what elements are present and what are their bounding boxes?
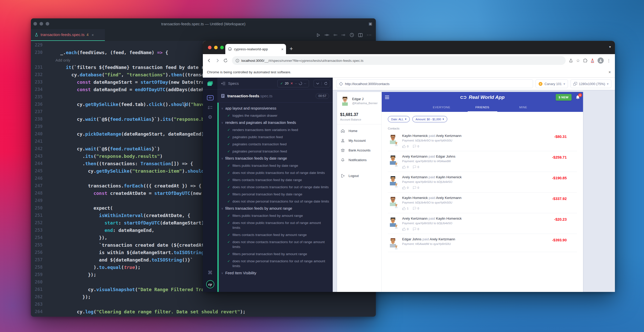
receiver-name[interactable]: Kaylin Homenick [436, 217, 462, 220]
test-extension-flask-icon[interactable] [590, 58, 595, 63]
transaction-item[interactable]: Arely Kertzmann paid Edgar JohnsPayment:… [388, 151, 577, 172]
suite-caret-icon[interactable]: ∨ [221, 206, 223, 210]
payer-name[interactable]: Arely Kertzmann [402, 175, 428, 179]
comment-button[interactable]: 0 [413, 165, 419, 169]
test-row[interactable]: ✓filters public transaction feed by date… [221, 162, 329, 169]
test-row[interactable]: ✓filters public transaction feed by amou… [221, 212, 329, 219]
test-row[interactable]: ✓does not show contacts transactions for… [221, 183, 329, 191]
tab-everyone[interactable]: EVERYONE [421, 103, 462, 112]
suite-caret-icon[interactable]: ∨ [221, 106, 223, 110]
sidebar-item-logout[interactable]: Logout [337, 171, 381, 181]
new-tab-button[interactable]: + [290, 45, 293, 52]
address-bar[interactable]: localhost:3000/__/#/specs/runner?file=cy… [232, 56, 566, 65]
suite-row[interactable]: ∨renders and paginates all transaction f… [221, 119, 329, 126]
test-row[interactable]: ✓does not show contacts transactions for… [221, 238, 329, 250]
forward-button[interactable] [214, 57, 221, 64]
more-actions-icon[interactable]: ··· [367, 32, 372, 38]
sidebar-item-notifications[interactable]: Notifications [337, 155, 381, 165]
tab-search-chevron-icon[interactable]: ▾ [609, 45, 611, 49]
sidebar-item-bank-accounts[interactable]: Bank Accounts [337, 145, 381, 155]
extensions-icon[interactable] [583, 58, 587, 63]
share-icon[interactable] [569, 58, 573, 63]
diff-prev-icon[interactable] [333, 33, 337, 37]
specs-menu-icon[interactable] [221, 82, 226, 85]
payer-name[interactable]: Kaylin Homenick [402, 134, 428, 138]
test-results-tree[interactable]: ∨app layout and responsiveness✓toggles t… [217, 103, 333, 292]
close-window-button[interactable] [208, 46, 212, 49]
test-row[interactable]: ✓toggles the navigation drawer [221, 112, 329, 119]
page-info-icon[interactable] [236, 59, 239, 63]
minimize-window-button[interactable] [214, 46, 218, 49]
suite-caret-icon[interactable]: ∨ [221, 156, 223, 160]
bookmark-star-icon[interactable]: ☆ [576, 58, 580, 63]
suite-caret-icon[interactable]: ∨ [221, 271, 223, 275]
receiver-name[interactable]: Arely Kertzmann [436, 134, 462, 138]
new-transaction-button[interactable]: $ NEW [556, 94, 572, 101]
comment-button[interactable]: 0 [413, 206, 419, 210]
receiver-name[interactable]: Kaylin Homenick [436, 175, 462, 179]
test-row[interactable]: ✓renders transactions item variations in… [221, 126, 329, 133]
tab-friends[interactable]: FRIENDS [462, 103, 503, 112]
tab-close-icon[interactable]: × [281, 47, 283, 51]
spec-header[interactable]: transaction-feeds.spec.ts 00:57 [217, 89, 333, 103]
test-row[interactable]: ✓paginates personal transaction feed [221, 148, 329, 155]
notifications-bell[interactable]: 8 [576, 95, 580, 100]
transaction-item[interactable]: Edgar Johns paid Arely KertzmannPayment:… [388, 234, 577, 252]
timeline-icon[interactable] [350, 33, 354, 37]
viewport-select[interactable]: 1280x1000 (75%) ▾ [571, 79, 611, 88]
suite-row[interactable]: ∨app layout and responsiveness [221, 105, 329, 112]
tab-mine[interactable]: MINE [503, 103, 544, 112]
layout-icon[interactable]: ▣ [369, 21, 372, 26]
comment-button[interactable]: 0 [413, 144, 419, 148]
test-row[interactable]: ✓paginates contacts transaction feed [221, 140, 329, 148]
codelens-action[interactable]: Add only [49, 58, 70, 62]
filter-chip[interactable]: Amount: $0 - $1,000▾ [412, 116, 447, 122]
like-button[interactable]: 0 [402, 144, 408, 148]
test-row[interactable]: ✓filters personal transaction feed by am… [221, 250, 329, 257]
suite-row[interactable]: ∨filters transaction feeds by date range [221, 155, 329, 162]
tab-close-icon[interactable]: × [92, 33, 94, 37]
run-tests-icon[interactable] [316, 33, 320, 37]
editor-tab[interactable]: transaction-feeds.spec.ts 4 × [31, 29, 105, 41]
receiver-name[interactable]: Arely Kertzmann [436, 196, 462, 200]
diff-next-icon[interactable] [341, 33, 345, 37]
comment-button[interactable]: 0 [413, 186, 419, 189]
transaction-item[interactable]: Arely Kertzmann paid Kaylin HomenickPaym… [388, 213, 577, 234]
split-editor-icon[interactable] [358, 33, 363, 37]
like-button[interactable]: 0 [402, 227, 408, 231]
specs-panel-icon[interactable]: <> [207, 95, 214, 100]
test-row[interactable]: ✓paginates public transaction feed [221, 133, 329, 140]
like-button[interactable]: 0 [402, 165, 408, 169]
receiver-name[interactable]: Arely Kertzmann [430, 237, 455, 241]
transaction-item[interactable]: Kaylin Homenick paid Arely KertzmannPaym… [388, 193, 577, 213]
like-button[interactable]: 0 [402, 186, 408, 189]
back-button[interactable] [206, 57, 213, 64]
receiver-name[interactable]: Edgar Johns [436, 155, 455, 158]
browser-select[interactable]: Canary 101 ▾ [536, 79, 568, 88]
transaction-item[interactable]: Arely Kertzmann paid Kaylin HomenickPaym… [388, 172, 577, 193]
test-row[interactable]: ✓does not show personal transactions for… [221, 198, 329, 205]
rerun-tests-icon[interactable] [321, 82, 330, 85]
aut-url-field[interactable]: http://localhost:3000/contacts [336, 79, 533, 88]
payer-name[interactable]: Kaylin Homenick [402, 196, 428, 200]
chrome-menu-icon[interactable]: ⋮ [607, 58, 611, 63]
payer-name[interactable]: Arely Kertzmann [402, 217, 428, 220]
comment-button[interactable]: 0 [413, 227, 419, 231]
zoom-window-button[interactable] [220, 46, 224, 49]
transaction-item[interactable]: Kaylin Homenick paid Arely KertzmannPaym… [388, 131, 577, 151]
filter-chip[interactable]: Date: ALL▾ [388, 116, 410, 122]
payer-name[interactable]: Edgar Johns [402, 237, 422, 241]
test-row[interactable]: ✓does not show public transactions for o… [221, 169, 329, 176]
like-button[interactable]: 1 [402, 206, 408, 210]
profile-avatar[interactable] [598, 57, 604, 64]
sidebar-item-home[interactable]: Home [337, 126, 381, 136]
cypress-logo[interactable]: cy [206, 280, 214, 288]
test-row[interactable]: ✓does not show public transactions for o… [221, 219, 329, 231]
settings-gear-icon[interactable]: ⚙ [208, 115, 212, 120]
suite-row[interactable]: ∨Feed Item Visibility [221, 269, 329, 277]
test-row[interactable]: ✓does not show personal transactions for… [221, 257, 329, 269]
collapse-chevron-icon[interactable] [314, 82, 321, 85]
sidebar-item-my-account[interactable]: My Account [337, 136, 381, 145]
reload-button[interactable] [222, 57, 229, 64]
test-row[interactable]: ✓filters contacts transaction feed by am… [221, 231, 329, 238]
